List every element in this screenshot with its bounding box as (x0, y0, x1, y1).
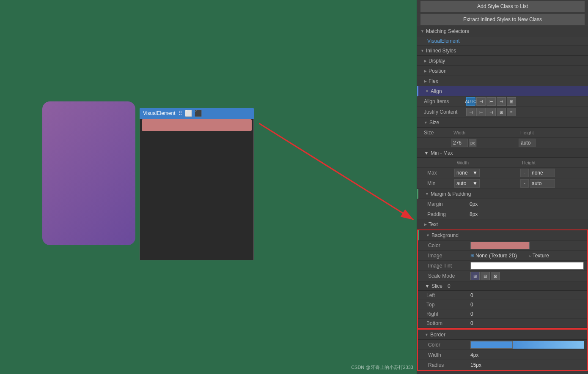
align-items-end[interactable]: ⊣ (497, 97, 506, 106)
justify-content-label: Justify Content (424, 109, 466, 115)
slice-arrow: ▼ (425, 283, 430, 289)
min-height-col: - auto (520, 179, 585, 188)
slice-top-value: 0 (470, 302, 584, 308)
justify-center[interactable]: ⊢ (476, 108, 486, 116)
scale-mode-buttons: ⊞ ⊟ ⊠ (470, 272, 500, 280)
border-color-gradient (513, 341, 584, 349)
min-dash-btn[interactable]: - (520, 179, 529, 188)
inlined-styles-header[interactable]: ▼ Inlined Styles (417, 46, 588, 56)
slice-right-value: 0 (470, 311, 584, 317)
background-arrow: ▼ (426, 233, 430, 238)
min-height-dropdown[interactable]: auto (530, 179, 555, 188)
bg-image-tint-swatch[interactable] (470, 262, 584, 270)
margin-row: Margin 0px (417, 199, 588, 209)
max-height-value: none (532, 170, 543, 176)
max-width-dropdown[interactable]: none ▼ (454, 169, 480, 177)
margin-padding-header[interactable]: ▼ Margin & Padding (417, 189, 588, 199)
scale-tile-btn[interactable]: ⊟ (481, 272, 490, 280)
slice-header[interactable]: ▼ Slice 0 (418, 281, 587, 291)
slice-right-row: Right 0 (418, 309, 587, 319)
bg-image-value: None (Texture 2D) (475, 253, 527, 259)
width-unit: px (469, 139, 477, 147)
size-labels-row: Size Width Height (417, 128, 588, 138)
ve-icon-3: ⬛ (195, 110, 202, 117)
slice-bottom-row: Bottom 0 (418, 319, 587, 328)
text-header[interactable]: ▶ Text (417, 219, 588, 229)
border-width-value: 4px (470, 352, 584, 358)
purple-visual-element[interactable] (42, 101, 135, 245)
border-header[interactable]: ▼ Border (418, 330, 587, 340)
display-header[interactable]: ▶ Display (417, 56, 588, 66)
margin-padding-arrow: ▼ (425, 192, 429, 196)
min-max-header[interactable]: ▼ Min - Max (417, 148, 588, 158)
min-label: Min (427, 180, 453, 186)
text-label: Text (429, 221, 438, 227)
align-items-auto[interactable]: AUTO (466, 97, 475, 106)
align-arrow: ▼ (425, 89, 429, 93)
max-values-row: Max none ▼ - none (417, 168, 588, 178)
scale-fit-btn[interactable]: ⊠ (491, 272, 500, 280)
justify-end[interactable]: ⊣ (486, 108, 496, 116)
max-height-col: - none (520, 169, 585, 177)
border-width-row: Width 4px (418, 350, 587, 360)
scale-stretch-btn[interactable]: ⊞ (470, 272, 480, 280)
border-color-swatch[interactable] (470, 341, 513, 349)
height-col-header: Height (519, 130, 585, 135)
visual-element-text: VisualElement (427, 38, 460, 44)
bg-image-label: Image (428, 253, 470, 259)
inlined-styles-arrow: ▼ (420, 49, 424, 53)
background-label: Background (431, 232, 459, 238)
border-width-label: Width (428, 352, 470, 358)
ve-label: VisualElement (143, 110, 176, 116)
align-items-center[interactable]: ⊢ (486, 97, 496, 106)
ve-icon-1: ⠿ (178, 110, 182, 117)
justify-space-between[interactable]: ⊞ (497, 108, 506, 116)
flex-arrow: ▶ (424, 79, 427, 83)
visual-element-toolbar[interactable]: VisualElement ⠿ ⬜ ⬛ (140, 108, 254, 119)
align-items-start[interactable]: ⊣ (476, 97, 486, 106)
size-section-header[interactable]: ▼ Size (417, 117, 588, 128)
pink-bar (142, 119, 252, 131)
display-label: Display (429, 58, 445, 64)
background-header[interactable]: ▼ Background (418, 230, 587, 240)
add-style-class-button[interactable]: Add Style Class to List (420, 1, 585, 12)
justify-start[interactable]: ⊣ (466, 108, 475, 116)
align-items-label: Align Items (424, 98, 466, 104)
align-items-stretch[interactable]: ⊞ (507, 97, 516, 106)
extract-inlined-button[interactable]: Extract Inlined Styles to New Class (420, 14, 585, 25)
max-dash-btn[interactable]: - (520, 169, 529, 177)
min-width-dropdown[interactable]: auto ▼ (454, 179, 480, 188)
bg-image-icon: ⊞ (470, 253, 474, 258)
slice-top-label: Top (426, 302, 469, 308)
cursor-row: Cursor (417, 371, 588, 374)
right-panel: Add Style Class to List Extract Inlined … (417, 0, 588, 374)
text-arrow: ▶ (424, 222, 427, 227)
bg-color-swatch[interactable] (470, 242, 530, 249)
height-input[interactable] (519, 139, 536, 147)
max-label: Max (427, 170, 453, 176)
size-label: Size (429, 120, 439, 126)
size-arrow: ▼ (424, 120, 428, 125)
position-header[interactable]: ▶ Position (417, 66, 588, 76)
width-input[interactable] (451, 139, 468, 147)
position-arrow: ▶ (424, 69, 427, 73)
bg-texture-label: Texture (533, 253, 584, 259)
visual-element-item[interactable]: VisualElement (417, 36, 588, 46)
matching-selectors-header[interactable]: ▼ Matching Selectors (417, 26, 588, 36)
flex-header[interactable]: ▶ Flex (417, 76, 588, 86)
padding-row: Padding 8px (417, 209, 588, 219)
align-header[interactable]: ▼ Align (417, 86, 588, 96)
slice-left-label: Left (426, 292, 469, 298)
min-max-label: Min - Max (431, 150, 453, 156)
max-height-dropdown[interactable]: none (530, 169, 555, 177)
bg-image-circle[interactable]: ○ (528, 253, 531, 259)
border-color-row: Color (418, 340, 587, 350)
padding-label: Padding (427, 211, 470, 217)
background-section: ▼ Background Color Image ⊞ None (Texture… (417, 229, 588, 329)
visual-element-container: VisualElement ⠿ ⬜ ⬛ (140, 108, 254, 260)
min-height-value: auto (532, 180, 541, 186)
width-input-col: px (451, 139, 517, 147)
max-width-header: Width (454, 160, 471, 165)
bg-scale-mode-label: Scale Mode (428, 273, 470, 279)
justify-space-around[interactable]: ≡ (507, 108, 516, 116)
